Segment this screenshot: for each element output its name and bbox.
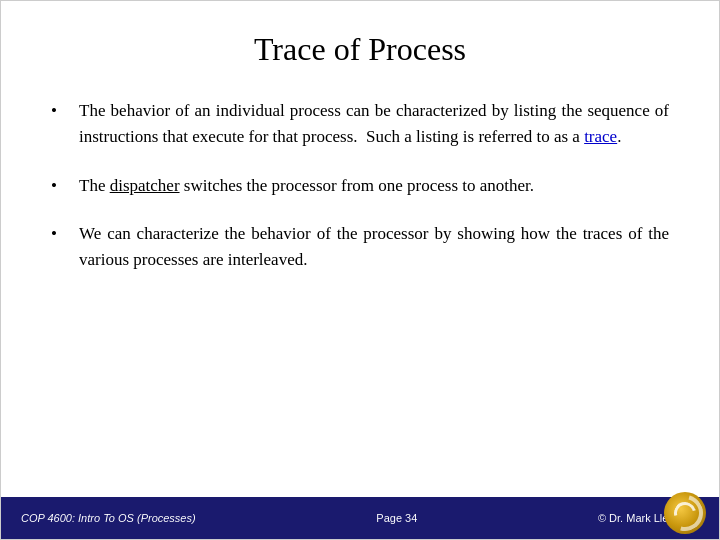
slide-container: Trace of Process • The behavior of an in… <box>0 0 720 540</box>
bullet-dot-1: • <box>51 98 71 124</box>
bullet-dot-2: • <box>51 173 71 199</box>
logo-circle <box>664 492 706 534</box>
slide-title: Trace of Process <box>51 31 669 68</box>
bullet-item-2: • The dispatcher switches the processor … <box>51 173 669 199</box>
ucf-logo <box>664 492 709 537</box>
slide-content: Trace of Process • The behavior of an in… <box>1 1 719 497</box>
trace-link: trace <box>584 127 617 146</box>
footer-course: COP 4600: Intro To OS (Processes) <box>21 512 196 524</box>
bullet-item-1: • The behavior of an individual process … <box>51 98 669 151</box>
dispatcher-text: dispatcher <box>110 176 180 195</box>
bullet-text-2: The dispatcher switches the processor fr… <box>79 173 669 199</box>
bullet-dot-3: • <box>51 221 71 247</box>
bullet-list: • The behavior of an individual process … <box>51 98 669 274</box>
bullet-text-3: We can characterize the behavior of the … <box>79 221 669 274</box>
bullet-text-1: The behavior of an individual process ca… <box>79 98 669 151</box>
bullet-item-3: • We can characterize the behavior of th… <box>51 221 669 274</box>
footer-page: Page 34 <box>376 512 417 524</box>
slide-footer: COP 4600: Intro To OS (Processes) Page 3… <box>1 497 719 539</box>
